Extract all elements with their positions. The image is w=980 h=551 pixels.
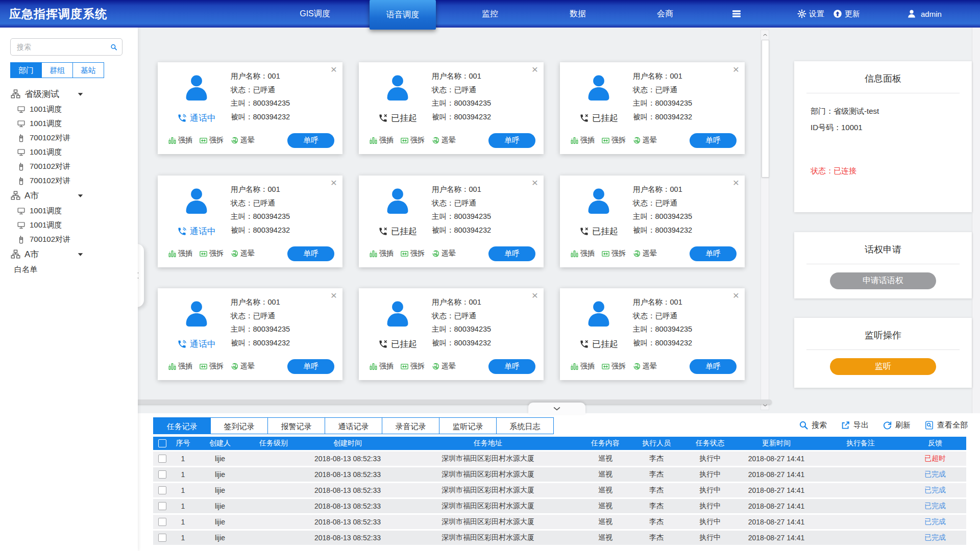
force-release-button[interactable]: 强拆 xyxy=(199,249,224,258)
export-button[interactable]: 导出 xyxy=(841,420,869,430)
force-release-button[interactable]: 强拆 xyxy=(199,136,224,145)
tree-group-item[interactable]: 省级测试 xyxy=(0,86,138,102)
remote-stun-button[interactable]: 遥晕 xyxy=(230,249,255,258)
remote-stun-button[interactable]: 遥晕 xyxy=(632,249,657,258)
close-icon[interactable]: × xyxy=(532,289,538,302)
caret-down-icon[interactable] xyxy=(78,92,83,96)
tree-child-item[interactable]: 1001调度 xyxy=(0,145,138,159)
row-checkbox[interactable] xyxy=(158,518,166,526)
cell-feedback[interactable]: 已超时 xyxy=(904,451,966,467)
force-release-button[interactable]: 强拆 xyxy=(400,249,425,258)
sidebar-tab-2[interactable]: 群组 xyxy=(41,62,73,78)
row-checkbox[interactable] xyxy=(158,455,166,463)
single-call-button[interactable]: 单呼 xyxy=(690,246,737,261)
single-call-button[interactable]: 单呼 xyxy=(488,246,535,261)
nav-item-2[interactable]: 语音调度 xyxy=(370,0,436,30)
force-release-button[interactable]: 强拆 xyxy=(199,362,224,371)
caret-down-icon[interactable] xyxy=(78,253,83,257)
record-tab-5[interactable]: 录音记录 xyxy=(382,417,439,434)
view-all-button[interactable]: 查看全部 xyxy=(924,420,968,430)
barge-in-button[interactable]: 强插 xyxy=(168,136,192,145)
search-icon[interactable] xyxy=(110,42,117,52)
single-call-button[interactable]: 单呼 xyxy=(287,246,334,261)
force-release-button[interactable]: 强拆 xyxy=(400,362,425,371)
cell-feedback[interactable]: 已完成 xyxy=(904,530,966,546)
single-call-button[interactable]: 单呼 xyxy=(488,359,535,374)
nav-item-5[interactable]: 会商 xyxy=(621,0,709,28)
tree-child-item[interactable]: 1001调度 xyxy=(0,218,138,232)
barge-in-button[interactable]: 强插 xyxy=(168,249,192,258)
record-tab-4[interactable]: 通话记录 xyxy=(325,417,382,434)
monitor-button[interactable]: 监听 xyxy=(830,358,936,375)
barge-in-button[interactable]: 强插 xyxy=(570,136,595,145)
nav-item-3[interactable]: 监控 xyxy=(446,0,534,28)
tree-child-item[interactable]: 700102对讲 xyxy=(0,173,138,188)
tree-child-item[interactable]: 700102对讲 xyxy=(0,131,138,145)
tree-child-item[interactable]: 1001调度 xyxy=(0,116,138,131)
remote-stun-button[interactable]: 遥晕 xyxy=(431,136,456,145)
force-release-button[interactable]: 强拆 xyxy=(601,249,626,258)
search-button[interactable]: 搜索 xyxy=(799,420,827,430)
single-call-button[interactable]: 单呼 xyxy=(690,133,737,148)
caret-down-icon[interactable] xyxy=(78,194,83,198)
record-tab-6[interactable]: 监听记录 xyxy=(439,417,497,434)
remote-stun-button[interactable]: 遥晕 xyxy=(632,136,657,145)
record-tab-7[interactable]: 系统日志 xyxy=(496,417,554,434)
close-icon[interactable]: × xyxy=(331,177,337,189)
user-menu[interactable]: admin xyxy=(906,0,942,28)
force-release-button[interactable]: 强拆 xyxy=(601,362,626,371)
barge-in-button[interactable]: 强插 xyxy=(369,362,394,371)
close-icon[interactable]: × xyxy=(532,177,538,189)
cell-feedback[interactable]: 已完成 xyxy=(904,498,966,514)
cell-feedback[interactable]: 已完成 xyxy=(904,467,966,483)
close-icon[interactable]: × xyxy=(331,63,337,76)
record-tab-3[interactable]: 报警记录 xyxy=(267,417,325,434)
close-icon[interactable]: × xyxy=(733,289,739,302)
remote-stun-button[interactable]: 遥晕 xyxy=(230,362,255,371)
cell-feedback[interactable]: 已完成 xyxy=(904,514,966,530)
nav-item-1[interactable]: GIS调度 xyxy=(271,0,359,28)
tree-child-item[interactable]: 1001调度 xyxy=(0,204,138,218)
tree-child-item[interactable]: 1001调度 xyxy=(0,102,138,116)
row-checkbox[interactable] xyxy=(158,502,166,510)
settings-button[interactable]: 设置 xyxy=(797,0,824,28)
close-icon[interactable]: × xyxy=(532,63,538,76)
row-checkbox[interactable] xyxy=(158,534,166,542)
single-call-button[interactable]: 单呼 xyxy=(287,359,334,374)
request-floor-button[interactable]: 申请话语权 xyxy=(830,272,936,289)
refresh-button[interactable]: 刷新 xyxy=(883,420,911,430)
row-checkbox[interactable] xyxy=(158,486,166,494)
single-call-button[interactable]: 单呼 xyxy=(488,133,535,148)
tree-child-item[interactable]: 白名单 xyxy=(0,262,138,277)
sidebar-tab-3[interactable]: 基站 xyxy=(72,62,104,78)
force-release-button[interactable]: 强拆 xyxy=(601,136,626,145)
sidebar-tab-1[interactable]: 部门 xyxy=(10,62,42,78)
bottom-collapse-tab[interactable] xyxy=(528,403,585,414)
update-button[interactable]: 更新 xyxy=(833,0,860,28)
barge-in-button[interactable]: 强插 xyxy=(369,136,394,145)
barge-in-button[interactable]: 强插 xyxy=(570,362,595,371)
remote-stun-button[interactable]: 遥晕 xyxy=(632,362,657,371)
single-call-button[interactable]: 单呼 xyxy=(287,133,334,148)
single-call-button[interactable]: 单呼 xyxy=(690,359,737,374)
tree-child-item[interactable]: 700102对讲 xyxy=(0,159,138,173)
tree-group-item[interactable]: A市 xyxy=(0,188,138,204)
cell-feedback[interactable]: 已完成 xyxy=(904,483,966,498)
select-all-checkbox[interactable] xyxy=(158,439,166,447)
nav-item-4[interactable]: 数据 xyxy=(534,0,622,28)
record-tab-2[interactable]: 签到记录 xyxy=(210,417,268,434)
tree-group-item[interactable]: A市 xyxy=(0,246,138,262)
search-input[interactable] xyxy=(16,42,110,52)
remote-stun-button[interactable]: 遥晕 xyxy=(431,362,456,371)
tree-child-item[interactable]: 700102对讲 xyxy=(0,232,138,246)
barge-in-button[interactable]: 强插 xyxy=(369,249,394,258)
row-checkbox[interactable] xyxy=(158,470,166,479)
barge-in-button[interactable]: 强插 xyxy=(570,249,595,258)
close-icon[interactable]: × xyxy=(733,63,739,76)
hamburger-icon[interactable] xyxy=(731,9,742,19)
remote-stun-button[interactable]: 遥晕 xyxy=(230,136,255,145)
close-icon[interactable]: × xyxy=(733,177,739,189)
barge-in-button[interactable]: 强插 xyxy=(168,362,192,371)
force-release-button[interactable]: 强拆 xyxy=(400,136,425,145)
close-icon[interactable]: × xyxy=(331,289,337,302)
